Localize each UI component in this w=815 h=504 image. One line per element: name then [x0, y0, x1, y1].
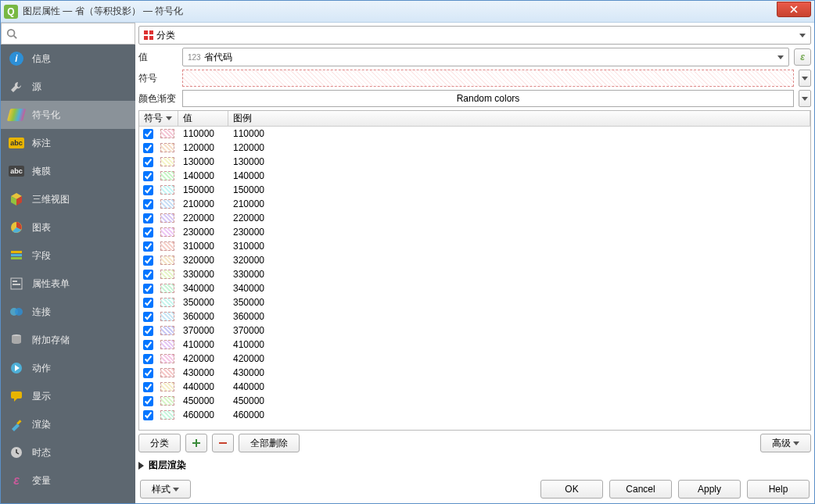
row-swatch[interactable] [156, 185, 178, 195]
ramp-dropdown[interactable] [799, 90, 811, 107]
delete-all-button[interactable]: 全部删除 [239, 434, 300, 452]
row-checkbox[interactable] [139, 326, 156, 336]
row-swatch[interactable] [156, 129, 178, 138]
table-row[interactable]: 310000310000 [139, 239, 810, 253]
row-checkbox[interactable] [139, 185, 156, 195]
sidebar-item-auxiliary-storage[interactable]: 附加存储 [1, 326, 135, 354]
col-legend[interactable]: 图例 [228, 111, 810, 126]
row-swatch[interactable] [156, 213, 178, 223]
table-row[interactable]: 230000230000 [139, 225, 810, 239]
sidebar-item-variables[interactable]: ε 变量 [1, 466, 135, 495]
row-checkbox[interactable] [139, 241, 156, 252]
row-swatch[interactable] [156, 410, 178, 420]
sidebar-item-display[interactable]: 显示 [1, 382, 135, 410]
table-row[interactable]: 220000220000 [139, 211, 810, 225]
row-checkbox[interactable] [139, 129, 156, 139]
sidebar-item-symbology[interactable]: 符号化 [1, 101, 135, 129]
apply-button[interactable]: Apply [678, 480, 741, 499]
row-checkbox[interactable] [139, 354, 156, 364]
remove-class-button[interactable] [212, 434, 234, 452]
help-button[interactable]: Help [747, 480, 810, 499]
table-row[interactable]: 150000150000 [139, 183, 810, 197]
col-symbol[interactable]: 符号 [139, 111, 178, 126]
table-row[interactable]: 360000360000 [139, 309, 810, 323]
row-swatch[interactable] [156, 326, 178, 335]
search-input[interactable] [1, 23, 135, 45]
row-checkbox[interactable] [139, 312, 156, 322]
row-swatch[interactable] [156, 199, 178, 209]
sidebar-item-actions[interactable]: 动作 [1, 354, 135, 382]
table-row[interactable]: 110000110000 [139, 127, 810, 141]
row-swatch[interactable] [156, 241, 178, 251]
row-swatch[interactable] [156, 270, 178, 279]
sidebar-item-rendering[interactable]: 渲染 [1, 410, 135, 438]
table-row[interactable]: 410000410000 [139, 338, 810, 352]
table-row[interactable]: 350000350000 [139, 295, 810, 309]
table-row[interactable]: 460000460000 [139, 408, 810, 422]
row-swatch[interactable] [156, 143, 178, 152]
expression-button[interactable]: ε [794, 48, 811, 66]
close-button[interactable] [777, 2, 811, 17]
renderer-combo[interactable]: 分类 [138, 26, 811, 45]
grid-body[interactable]: 1100001100001200001200001300001300001400… [139, 127, 810, 430]
table-row[interactable]: 120000120000 [139, 141, 810, 155]
sidebar-item-diagrams[interactable]: 图表 [1, 213, 135, 241]
advanced-button[interactable]: 高级 [760, 434, 811, 452]
table-row[interactable]: 340000340000 [139, 281, 810, 295]
table-row[interactable]: 440000440000 [139, 380, 810, 394]
table-row[interactable]: 140000140000 [139, 169, 810, 183]
symbol-preview[interactable] [182, 70, 794, 87]
sidebar-item-joins[interactable]: 连接 [1, 298, 135, 326]
cancel-button[interactable]: Cancel [609, 480, 672, 499]
row-checkbox[interactable] [139, 340, 156, 350]
row-swatch[interactable] [156, 256, 178, 265]
table-row[interactable]: 430000430000 [139, 366, 810, 380]
row-checkbox[interactable] [139, 396, 156, 406]
sidebar-item-masks[interactable]: abc 掩膜 [1, 157, 135, 185]
row-checkbox[interactable] [139, 368, 156, 378]
sidebar-item-source[interactable]: 源 [1, 73, 135, 101]
row-swatch[interactable] [156, 284, 178, 293]
row-checkbox[interactable] [139, 157, 156, 167]
sidebar-item-information[interactable]: i 信息 [1, 45, 135, 73]
table-row[interactable]: 330000330000 [139, 267, 810, 281]
table-row[interactable]: 210000210000 [139, 197, 810, 211]
row-checkbox[interactable] [139, 270, 156, 280]
row-swatch[interactable] [156, 171, 178, 181]
table-row[interactable]: 450000450000 [139, 394, 810, 408]
sidebar-item-labels[interactable]: abc 标注 [1, 129, 135, 157]
row-swatch[interactable] [156, 368, 178, 377]
row-swatch[interactable] [156, 298, 178, 307]
col-value[interactable]: 值 [178, 111, 228, 126]
row-checkbox[interactable] [139, 143, 156, 153]
sidebar-item-fields[interactable]: 字段 [1, 241, 135, 270]
row-swatch[interactable] [156, 340, 178, 349]
add-class-button[interactable] [185, 434, 207, 452]
expand-toggle[interactable] [138, 462, 144, 470]
row-checkbox[interactable] [139, 199, 156, 209]
table-row[interactable]: 320000320000 [139, 253, 810, 267]
row-checkbox[interactable] [139, 298, 156, 308]
style-button[interactable]: 样式 [140, 480, 191, 499]
classify-button[interactable]: 分类 [138, 434, 181, 452]
sidebar-item-temporal[interactable]: 时态 [1, 438, 135, 466]
color-ramp-combo[interactable]: Random colors [182, 90, 794, 107]
table-row[interactable]: 370000370000 [139, 323, 810, 338]
row-swatch[interactable] [156, 227, 178, 237]
row-swatch[interactable] [156, 382, 178, 391]
row-swatch[interactable] [156, 312, 178, 321]
sidebar-item-3dview[interactable]: 三维视图 [1, 185, 135, 213]
value-combo[interactable]: 123 省代码 [182, 48, 789, 66]
row-checkbox[interactable] [139, 227, 156, 238]
table-row[interactable]: 130000130000 [139, 155, 810, 169]
row-checkbox[interactable] [139, 171, 156, 181]
row-checkbox[interactable] [139, 213, 156, 223]
ok-button[interactable]: OK [540, 480, 603, 499]
row-checkbox[interactable] [139, 256, 156, 266]
symbol-dropdown[interactable] [799, 70, 811, 87]
row-swatch[interactable] [156, 396, 178, 406]
table-row[interactable]: 420000420000 [139, 352, 810, 366]
row-swatch[interactable] [156, 157, 178, 166]
sidebar-item-attributes-form[interactable]: 属性表单 [1, 270, 135, 298]
row-checkbox[interactable] [139, 382, 156, 392]
